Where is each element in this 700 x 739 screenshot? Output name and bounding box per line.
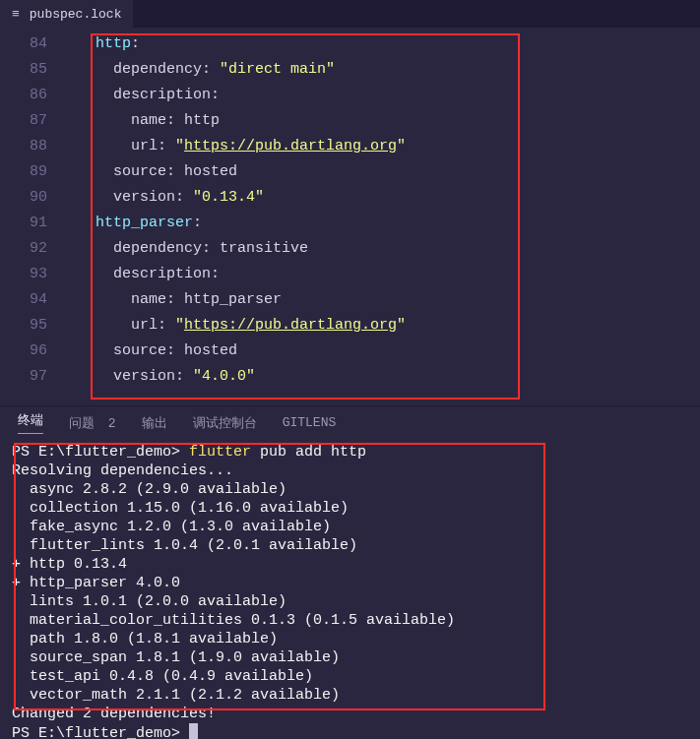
panel-tab-problems[interactable]: 问题 2 (69, 414, 116, 432)
panel-tab-gitlens[interactable]: GITLENS (283, 415, 337, 430)
line-number: 88 (0, 134, 69, 159)
code-line: 84 http: (0, 31, 700, 57)
line-number: 87 (0, 108, 69, 134)
line-number: 84 (0, 31, 69, 57)
code-content: name: http (69, 108, 220, 134)
terminal-line: PS E:\flutter_demo> (12, 723, 688, 739)
line-number: 91 (0, 211, 69, 236)
line-number: 96 (0, 339, 69, 364)
terminal-line: fake_async 1.2.0 (1.3.0 available) (12, 518, 688, 536)
terminal-line: + http_parser 4.0.0 (12, 574, 688, 592)
file-icon: ≡ (12, 7, 24, 22)
code-content: dependency: transitive (69, 236, 308, 262)
code-content: description: (69, 83, 220, 108)
terminal-line: Changed 2 dependencies! (12, 705, 688, 723)
line-number: 92 (0, 236, 69, 262)
bottom-panel-tabs: 终端 问题 2 输出 调试控制台 GITLENS (0, 405, 700, 439)
code-line: 90 version: "0.13.4" (0, 185, 700, 211)
editor-tab-bar: ≡ pubspec.lock (0, 0, 700, 28)
code-line: 89 source: hosted (0, 159, 700, 185)
line-number: 90 (0, 185, 69, 211)
terminal-line: + http 0.13.4 (12, 555, 688, 574)
code-content: dependency: "direct main" (69, 57, 335, 83)
terminal-line: flutter_lints 1.0.4 (2.0.1 available) (12, 536, 688, 555)
terminal-line: source_span 1.8.1 (1.9.0 available) (12, 648, 688, 667)
terminal-line: vector_math 2.1.1 (2.1.2 available) (12, 686, 688, 705)
code-line: 95 url: "https://pub.dartlang.org" (0, 313, 700, 339)
terminal-line: path 1.8.0 (1.8.1 available) (12, 630, 688, 648)
line-number: 95 (0, 313, 69, 339)
terminal-line: PS E:\flutter_demo> flutter pub add http (12, 443, 688, 462)
code-content: name: http_parser (69, 287, 282, 313)
terminal-line: test_api 0.4.8 (0.4.9 available) (12, 667, 688, 686)
panel-tab-output[interactable]: 输出 (142, 414, 167, 432)
problems-badge: 2 (108, 416, 116, 431)
code-line: 88 url: "https://pub.dartlang.org" (0, 134, 700, 159)
code-line: 91 http_parser: (0, 211, 700, 236)
code-line: 85 dependency: "direct main" (0, 57, 700, 83)
code-content: http: (69, 31, 140, 57)
code-line: 92 dependency: transitive (0, 236, 700, 262)
terminal-line: lints 1.0.1 (2.0.0 available) (12, 592, 688, 611)
code-content: url: "https://pub.dartlang.org" (69, 313, 406, 339)
code-content: http_parser: (69, 211, 202, 236)
editor-area[interactable]: 84 http:85 dependency: "direct main"86 d… (0, 28, 700, 405)
line-number: 93 (0, 262, 69, 287)
line-number: 86 (0, 83, 69, 108)
cursor (189, 723, 198, 739)
panel-tab-terminal[interactable]: 终端 (18, 411, 43, 434)
code-content: description: (69, 262, 220, 287)
terminal-line: collection 1.15.0 (1.16.0 available) (12, 499, 688, 518)
panel-tab-debug-console[interactable]: 调试控制台 (193, 414, 257, 432)
code-content: source: hosted (69, 339, 237, 364)
file-tab-label: pubspec.lock (30, 7, 122, 22)
code-content: source: hosted (69, 159, 237, 185)
file-tab-pubspec-lock[interactable]: ≡ pubspec.lock (0, 0, 133, 28)
code-line: 97 version: "4.0.0" (0, 364, 700, 390)
terminal-line: async 2.8.2 (2.9.0 available) (12, 480, 688, 499)
line-number: 94 (0, 287, 69, 313)
terminal-line: material_color_utilities 0.1.3 (0.1.5 av… (12, 611, 688, 630)
line-number: 85 (0, 57, 69, 83)
code-content: version: "4.0.0" (69, 364, 255, 390)
code-line: 87 name: http (0, 108, 700, 134)
code-line: 96 source: hosted (0, 339, 700, 364)
code-line: 94 name: http_parser (0, 287, 700, 313)
code-content: url: "https://pub.dartlang.org" (69, 134, 406, 159)
code-line: 93 description: (0, 262, 700, 287)
line-number: 89 (0, 159, 69, 185)
line-number: 97 (0, 364, 69, 390)
terminal-panel[interactable]: PS E:\flutter_demo> flutter pub add http… (0, 439, 700, 739)
code-line: 86 description: (0, 83, 700, 108)
terminal-line: Resolving dependencies... (12, 462, 688, 480)
code-content: version: "0.13.4" (69, 185, 264, 211)
